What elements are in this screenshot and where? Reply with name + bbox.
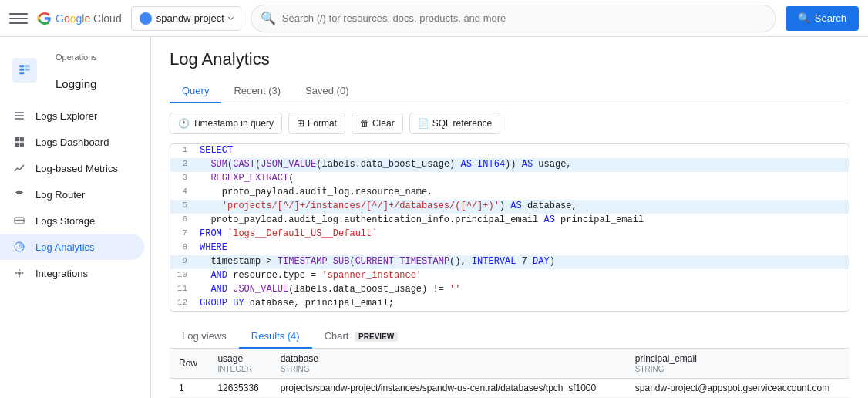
clock-icon: 🕐 — [178, 118, 190, 129]
col-header-row: Row — [170, 349, 208, 379]
svg-rect-0 — [19, 65, 24, 67]
results-tabs: Log views Results (4) Chart PREVIEW — [170, 324, 849, 349]
cell-database: projects/spandw-project/instances/spandw… — [271, 379, 626, 398]
project-selector[interactable]: spandw-project — [131, 6, 241, 31]
menu-icon[interactable] — [9, 9, 28, 28]
logging-icon — [12, 58, 37, 83]
logging-label: Logging — [43, 68, 109, 96]
content-area: Log Analytics Query Recent (3) Saved (0)… — [151, 37, 868, 398]
cell-email: spandw-project@appspot.gserviceaccount.c… — [626, 379, 849, 398]
svg-rect-7 — [15, 118, 24, 119]
sidebar-item-label: Log Router — [35, 189, 85, 201]
sql-ref-button[interactable]: 📄 SQL reference — [409, 113, 501, 134]
sidebar-item-logs-dashboard[interactable]: Logs Dashboard — [0, 129, 144, 155]
svg-rect-12 — [15, 218, 24, 224]
svg-point-15 — [18, 272, 21, 275]
topbar: Google Cloud spandw-project 🔍 🔍 Search — [0, 0, 868, 37]
svg-rect-10 — [15, 143, 19, 147]
preview-badge: PREVIEW — [355, 332, 398, 342]
list-icon — [12, 109, 26, 123]
sidebar-item-label: Integrations — [35, 268, 88, 279]
search-button[interactable]: 🔍 Search — [786, 6, 859, 31]
clear-button[interactable]: 🗑 Clear — [352, 113, 403, 134]
sql-line-10: 10 AND resource.type = 'spanner_instance… — [170, 269, 849, 283]
query-tabs: Query Recent (3) Saved (0) — [170, 79, 849, 103]
logo-text: Google Cloud — [56, 12, 122, 25]
sidebar-item-label: Log-based Metrics — [35, 163, 118, 174]
clear-icon: 🗑 — [360, 118, 369, 129]
metrics-icon — [12, 161, 26, 175]
search-icon: 🔍 — [798, 12, 810, 24]
cell-usage: 12635336 — [208, 379, 271, 398]
format-icon: ⊞ — [297, 118, 304, 129]
sidebar: Operations Logging Logs Explorer Logs Da… — [0, 37, 151, 398]
svg-rect-2 — [19, 72, 24, 74]
page-title: Log Analytics — [170, 49, 849, 69]
col-header-usage: usage INTEGER — [208, 349, 271, 379]
google-cloud-logo: Google Cloud — [37, 11, 122, 26]
project-icon — [140, 12, 152, 25]
search-input[interactable] — [282, 12, 766, 24]
sidebar-item-log-based-metrics[interactable]: Log-based Metrics — [0, 155, 144, 181]
sql-line-7: 7FROM `logs__Default_US__Default` — [170, 228, 849, 241]
sidebar-item-label: Logs Explorer — [35, 110, 97, 122]
results-tab-chart[interactable]: Chart PREVIEW — [312, 324, 411, 348]
sidebar-item-logs-storage[interactable]: Logs Storage — [0, 207, 144, 234]
sql-line-5: 5 'projects/[^/]+/instances/[^/]+/databa… — [170, 200, 849, 214]
table-header-row: Row usage INTEGER database STRING princi… — [170, 349, 849, 379]
dashboard-icon — [12, 135, 26, 149]
search-bar-icon: 🔍 — [261, 11, 276, 25]
format-button[interactable]: ⊞ Format — [288, 113, 345, 134]
sql-line-4: 4 proto_payload.audit_log.resource_name, — [170, 186, 849, 200]
svg-rect-6 — [15, 115, 24, 116]
col-header-database: database STRING — [271, 349, 626, 379]
storage-icon — [12, 214, 26, 228]
sql-line-1: 1SELECT — [170, 144, 849, 158]
sidebar-item-label: Logs Dashboard — [35, 137, 109, 148]
sidebar-item-label: Log Analytics — [35, 241, 95, 253]
svg-rect-11 — [20, 143, 24, 147]
results-tab-log-views[interactable]: Log views — [170, 324, 239, 348]
sql-line-8: 8WHERE — [170, 241, 849, 255]
cell-row: 1 — [170, 379, 208, 398]
project-name: spandw-project — [156, 12, 224, 24]
sidebar-item-log-analytics[interactable]: Log Analytics — [0, 234, 144, 260]
sidebar-item-integrations[interactable]: Integrations — [0, 260, 144, 286]
sidebar-item-label: Logs Storage — [35, 215, 95, 227]
svg-rect-3 — [25, 65, 30, 67]
main-layout: Operations Logging Logs Explorer Logs Da… — [0, 37, 868, 398]
integrations-icon — [12, 266, 26, 280]
svg-rect-4 — [25, 68, 30, 70]
sidebar-item-logs-explorer[interactable]: Logs Explorer — [0, 103, 144, 129]
search-bar: 🔍 — [251, 5, 776, 32]
results-tab-results[interactable]: Results (4) — [239, 324, 312, 348]
sidebar-header: Operations Logging — [0, 37, 150, 103]
sql-line-3: 3 REGEXP_EXTRACT( — [170, 172, 849, 186]
sql-editor[interactable]: 1SELECT 2 SUM(CAST(JSON_VALUE(labels.dat… — [170, 143, 849, 312]
sql-line-12: 12GROUP BY database, principal_email; — [170, 297, 849, 311]
chevron-down-icon — [228, 14, 234, 19]
results-table: Row usage INTEGER database STRING princi… — [170, 349, 849, 398]
col-header-email: principal_email STRING — [626, 349, 849, 379]
table-row: 1 12635336 projects/spandw-project/insta… — [170, 379, 849, 398]
svg-rect-1 — [19, 68, 24, 70]
sidebar-item-log-router[interactable]: Log Router — [0, 181, 144, 207]
sql-line-2: 2 SUM(CAST(JSON_VALUE(labels.data_boost_… — [170, 158, 849, 172]
tab-saved[interactable]: Saved (0) — [293, 79, 361, 103]
sql-line-11: 11 AND JSON_VALUE(labels.data_boost_usag… — [170, 283, 849, 297]
sql-line-6: 6 proto_payload.audit_log.authentication… — [170, 214, 849, 228]
tab-recent[interactable]: Recent (3) — [221, 79, 293, 103]
tab-query[interactable]: Query — [170, 79, 221, 103]
timestamp-button[interactable]: 🕐 Timestamp in query — [170, 113, 282, 134]
svg-rect-9 — [20, 137, 24, 141]
svg-rect-8 — [15, 137, 19, 141]
router-icon — [12, 187, 26, 201]
analytics-icon — [12, 240, 26, 254]
sql-line-9: 9 timestamp > TIMESTAMP_SUB(CURRENT_TIME… — [170, 255, 849, 269]
svg-rect-5 — [15, 112, 24, 113]
sql-icon: 📄 — [418, 118, 429, 129]
query-toolbar: 🕐 Timestamp in query ⊞ Format 🗑 Clear 📄 … — [170, 113, 849, 134]
operations-label: Operations — [43, 43, 109, 68]
